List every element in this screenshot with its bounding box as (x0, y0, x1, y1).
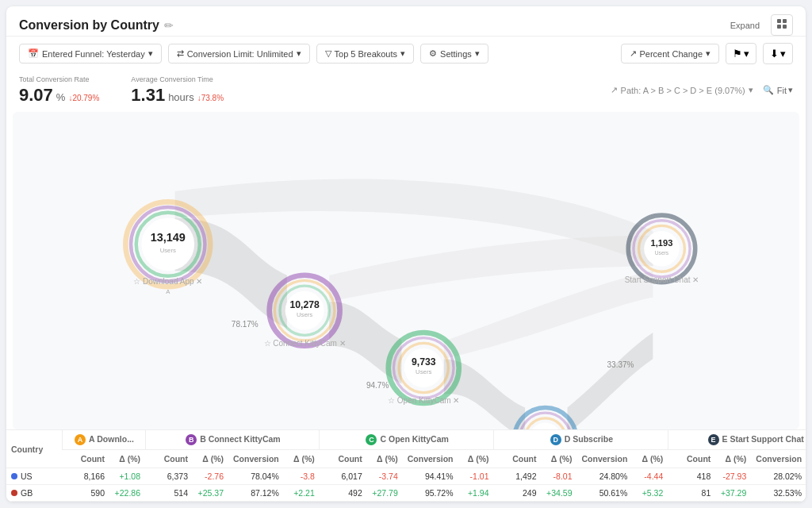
avg-time-change: ↓73.8% (197, 94, 224, 102)
svg-text:33.37%: 33.37% (607, 360, 634, 369)
col-header-c: CC Open KittyCam (320, 430, 494, 450)
grid-icon-button[interactable] (771, 14, 793, 36)
fit-button[interactable]: Fit ▾ (777, 85, 793, 95)
col-header-a: AA Downlo... (62, 430, 145, 450)
svg-text:10,278: 10,278 (289, 299, 320, 310)
toolbar-right: ↗ Percent Change ▾ ⚑ ▾ ⬇ ▾ (621, 43, 794, 64)
path-info: ↗ Path: A > B > C > D > E (9.07%) ▾ 🔍 Fi… (611, 85, 793, 95)
chevron-down-icon-3: ▾ (400, 48, 405, 59)
calendar-icon: 📅 (28, 48, 39, 59)
avg-time-unit: hours (168, 91, 194, 103)
avg-time-stat: Average Conversion Time 1.31 hours ↓73.8… (131, 75, 224, 106)
cell-c-conv-us: 94.41% (403, 468, 458, 485)
svg-text:Start Support Chat ✕: Start Support Chat ✕ (625, 275, 699, 283)
svg-text:A: A (166, 288, 170, 295)
chevron-down-icon-6: ▾ (744, 48, 749, 60)
cell-e-count-us: 418 (668, 468, 715, 485)
chevron-down-icon-fit: ▾ (788, 85, 793, 95)
col-sub-b-conv: Conversion (228, 450, 284, 468)
cell-b-conv-gb: 87.12% (228, 485, 284, 502)
cell-c-convd-us: -1.01 (458, 468, 494, 485)
filter-icon: ▽ (325, 48, 331, 59)
col-header-country: Country (6, 430, 62, 468)
table-row: US 8,166 +1.08 6,373 -2.76 78.04% -3.8 6… (6, 468, 806, 485)
col-sub-c-count: Count (320, 450, 367, 468)
svg-text:3,575: 3,575 (534, 428, 557, 429)
page-title: Conversion by Country (19, 18, 159, 33)
flag-button[interactable]: ⚑ ▾ (726, 43, 756, 64)
cell-d-count-gb: 249 (494, 485, 542, 502)
table-row: GB 590 +22.86 514 +25.37 87.12% +2.21 49… (6, 485, 806, 502)
cell-b-conv-us: 78.04% (228, 468, 284, 485)
svg-text:☆ Open KittyCam ✕: ☆ Open KittyCam ✕ (388, 396, 459, 405)
col-sub-a-delta: Δ (%) (109, 450, 145, 468)
svg-text:Users: Users (416, 368, 431, 375)
total-rate-stat: Total Conversion Rate 9.07 % ↓20.79% (19, 75, 99, 106)
chevron-down-icon-7: ▾ (780, 48, 786, 60)
conversion-limit-button[interactable]: ⇄ Conversion Limit: Unlimited ▾ (168, 44, 310, 64)
arrows-icon: ⇄ (177, 48, 184, 59)
total-rate-unit: % (56, 91, 66, 103)
cell-d-delta-gb: +34.59 (542, 485, 577, 502)
main-card: Conversion by Country ✏ Expand 📅 (6, 6, 806, 502)
download-button[interactable]: ⬇ ▾ (763, 43, 793, 64)
cell-d-conv-gb: 50.61% (577, 485, 633, 502)
svg-point-40 (644, 231, 679, 266)
cell-d-convd-us: -4.44 (632, 468, 668, 485)
svg-rect-2 (777, 25, 781, 29)
cell-country-gb: GB (6, 485, 62, 502)
col-sub-c-convd: Δ (%) (458, 450, 494, 468)
funnel-area: 78.17% 94.7% 36.73% 33.37% 13,149 Users … (13, 112, 799, 429)
cell-a-delta-gb: +22.86 (109, 485, 145, 502)
download-icon: ⬇ (770, 48, 779, 60)
cell-e-delta-gb: +37.29 (715, 485, 751, 502)
svg-text:1,193: 1,193 (651, 238, 673, 248)
cell-e-count-gb: 81 (668, 485, 715, 502)
chevron-down-icon-path: ▾ (749, 85, 753, 95)
expand-button[interactable]: Expand (724, 17, 766, 33)
chevron-down-icon-4: ▾ (475, 48, 480, 59)
svg-text:78.17%: 78.17% (232, 320, 259, 329)
cell-country-us: US (6, 468, 62, 485)
cell-d-count-us: 1,492 (494, 468, 542, 485)
col-sub-c-conv: Conversion (403, 450, 458, 468)
page-container: Conversion by Country ✏ Expand 📅 (0, 0, 812, 508)
col-sub-e-conv: Conversion (751, 450, 806, 468)
cell-b-count-us: 6,373 (145, 468, 193, 485)
cell-c-delta-us: -3.74 (367, 468, 403, 485)
col-sub-d-conv: Conversion (577, 450, 633, 468)
funnel-filter-button[interactable]: 📅 Entered Funnel: Yesterday ▾ (19, 44, 162, 64)
svg-text:13,149: 13,149 (151, 231, 186, 244)
svg-text:94.7%: 94.7% (366, 381, 389, 390)
col-sub-c-delta: Δ (%) (367, 450, 403, 468)
chevron-down-icon-5: ▾ (706, 48, 710, 59)
table-section: Country AA Downlo... BB Connect KittyCam… (6, 429, 806, 502)
svg-text:Users: Users (297, 311, 312, 318)
total-rate-change: ↓20.79% (68, 94, 99, 102)
cell-e-conv-gb: 32.53% (751, 485, 806, 502)
cell-d-delta-us: -8.01 (542, 468, 577, 485)
col-sub-b-convd: Δ (%) (284, 450, 320, 468)
avg-time-value: 1.31 (131, 85, 165, 106)
cell-e-conv-us: 28.02% (751, 468, 806, 485)
total-rate-value: 9.07 (19, 85, 53, 106)
avg-time-label: Average Conversion Time (131, 75, 224, 85)
svg-text:☆ Download App ✕: ☆ Download App ✕ (133, 277, 202, 286)
stats-row: Total Conversion Rate 9.07 % ↓20.79% Ave… (6, 71, 806, 112)
col-header-d: DD Subscribe (494, 430, 668, 450)
col-sub-b-delta: Δ (%) (193, 450, 228, 468)
cell-b-count-gb: 514 (145, 485, 193, 502)
settings-button[interactable]: ⚙ Settings ▾ (420, 44, 488, 64)
chevron-down-icon-2: ▾ (297, 48, 301, 59)
cell-b-convd-gb: +2.21 (284, 485, 320, 502)
breakouts-button[interactable]: ▽ Top 5 Breakouts ▾ (316, 44, 415, 64)
cell-c-count-gb: 492 (320, 485, 367, 502)
edit-icon[interactable]: ✏ (164, 19, 174, 32)
percent-change-button[interactable]: ↗ Percent Change ▾ (621, 44, 720, 64)
col-sub-e-count: Count (668, 450, 715, 468)
data-table: Country AA Downlo... BB Connect KittyCam… (6, 430, 806, 502)
svg-text:9,733: 9,733 (412, 356, 436, 368)
trend-icon: ↗ (630, 48, 637, 59)
cell-b-delta-us: -2.76 (193, 468, 228, 485)
svg-rect-1 (783, 19, 787, 23)
